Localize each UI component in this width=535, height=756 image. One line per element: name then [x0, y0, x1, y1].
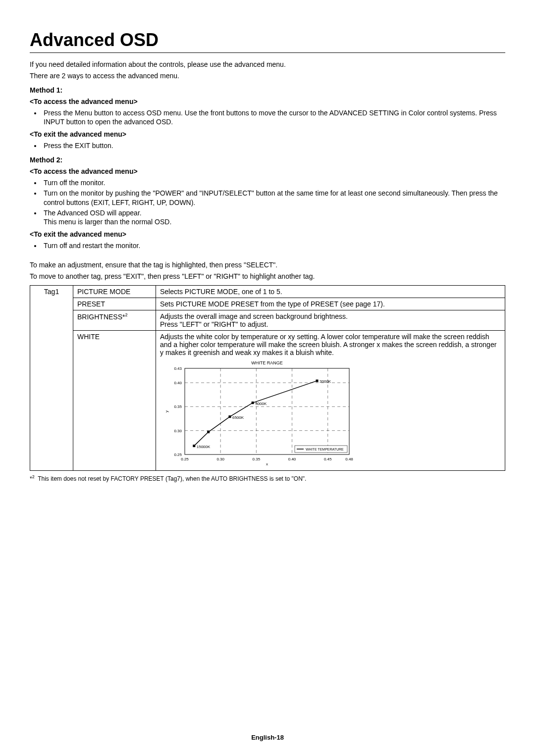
list-item: Turn off the monitor.: [42, 178, 505, 188]
table-row: BRIGHTNESS*2 Adjusts the overall image a…: [30, 310, 505, 330]
svg-text:15000K: 15000K: [197, 445, 211, 449]
svg-text:5000K: 5000K: [255, 402, 267, 406]
svg-rect-25: [228, 415, 231, 418]
setting-name: BRIGHTNESS*2: [73, 310, 156, 330]
setting-desc: Adjusts the overall image and screen bac…: [156, 310, 505, 330]
instruction-line-2: To move to another tag, press "EXIT", th…: [30, 272, 505, 281]
setting-name: PICTURE MODE: [73, 285, 156, 298]
svg-text:0.40: 0.40: [288, 457, 296, 461]
svg-text:WHITE TEMPERATURE: WHITE TEMPERATURE: [306, 448, 344, 451]
table-row: Tag1 PICTURE MODE Selects PICTURE MODE, …: [30, 285, 505, 298]
method1-access-list: Press the Menu button to access OSD menu…: [30, 108, 505, 127]
svg-text:0.25: 0.25: [174, 453, 182, 457]
svg-text:0.35: 0.35: [253, 457, 261, 461]
list-item: Turn on the monitor by pushing the "POWE…: [42, 189, 505, 207]
instruction-line-1: To make an adjustment, ensure that the t…: [30, 260, 505, 270]
svg-rect-24: [207, 431, 210, 433]
list-item: Press the EXIT button.: [42, 141, 505, 151]
svg-text:0.30: 0.30: [216, 457, 224, 461]
page-title: Advanced OSD: [30, 30, 505, 50]
title-divider: [30, 52, 505, 53]
list-item: Turn off and restart the monitor.: [42, 241, 505, 251]
method2-access-list: Turn off the monitor. Turn on the monito…: [30, 178, 505, 227]
tag-cell: Tag1: [30, 285, 73, 470]
method2-access-title: <To access the advanced menu>: [30, 167, 505, 176]
method1-access-title: <To access the advanced menu>: [30, 97, 505, 106]
setting-name: PRESET: [73, 298, 156, 310]
method2-exit-title: <To exit the advanced menu>: [30, 230, 505, 239]
setting-desc: Selects PICTURE MODE, one of 1 to 5.: [156, 285, 505, 298]
svg-text:0.35: 0.35: [174, 404, 182, 409]
svg-text:0.48: 0.48: [345, 457, 353, 461]
white-range-chart: WHITE RANGE0.250.300.350.400.450.480.250…: [161, 359, 501, 468]
svg-rect-22: [193, 445, 195, 447]
method2-exit-list: Turn off and restart the monitor.: [30, 241, 505, 251]
intro-line-1: If you need detailed information about t…: [30, 60, 505, 69]
svg-text:6500K: 6500K: [232, 415, 244, 420]
setting-desc: Sets PICTURE MODE PRESET from the type o…: [156, 298, 505, 310]
method2-heading: Method 2:: [30, 155, 505, 165]
svg-text:0.30: 0.30: [174, 429, 182, 433]
method1-exit-list: Press the EXIT button.: [30, 141, 505, 151]
setting-desc: Adjusts the white color by temperature o…: [156, 330, 505, 470]
intro-line-2: There are 2 ways to access the advanced …: [30, 71, 505, 81]
svg-text:x: x: [266, 462, 268, 466]
svg-text:0.45: 0.45: [324, 457, 332, 461]
svg-text:0.40: 0.40: [174, 381, 182, 385]
svg-text:WHITE RANGE: WHITE RANGE: [251, 360, 283, 365]
list-item: The Advanced OSD will appear. This menu …: [42, 208, 505, 227]
svg-text:3000K: 3000K: [320, 379, 331, 384]
method1-heading: Method 1:: [30, 86, 505, 95]
page-footer: English-18: [0, 734, 535, 741]
svg-text:y: y: [164, 410, 169, 412]
setting-name: WHITE: [73, 330, 156, 470]
footnote: *2 This item does not reset by FACTORY P…: [30, 474, 505, 483]
svg-rect-27: [252, 402, 254, 404]
svg-text:0.43: 0.43: [174, 366, 182, 371]
settings-table: Tag1 PICTURE MODE Selects PICTURE MODE, …: [30, 285, 505, 471]
method1-exit-title: <To exit the advanced menu>: [30, 130, 505, 139]
table-row: WHITE Adjusts the white color by tempera…: [30, 330, 505, 470]
list-item: Press the Menu button to access OSD menu…: [42, 108, 505, 127]
table-row: PRESET Sets PICTURE MODE PRESET from the…: [30, 298, 505, 310]
svg-text:0.25: 0.25: [181, 457, 189, 461]
svg-rect-29: [316, 380, 319, 382]
